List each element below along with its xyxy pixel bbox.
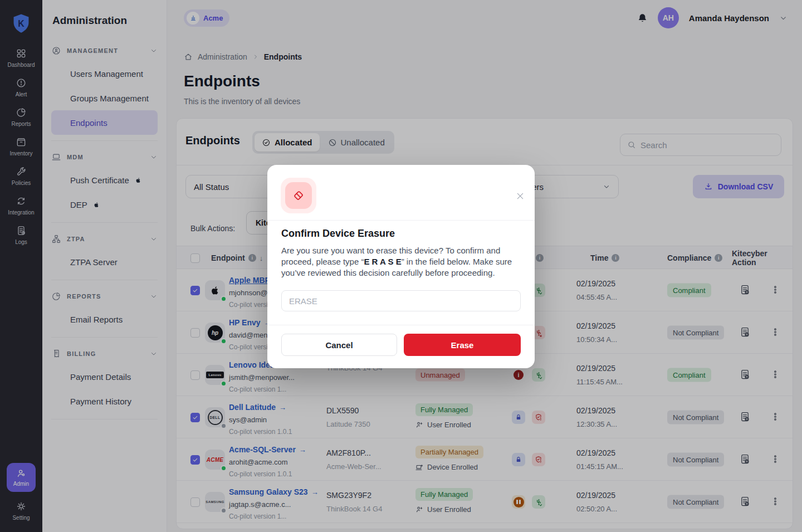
- cancel-button[interactable]: Cancel: [281, 334, 397, 356]
- erase-confirm-input[interactable]: [281, 290, 521, 311]
- modal-body: Are you sure you want to erase this devi…: [281, 245, 523, 279]
- eraser-icon: [292, 189, 305, 202]
- close-icon[interactable]: [516, 192, 525, 201]
- divider: [267, 220, 535, 221]
- modal-title: Confirm Device Erasure: [281, 228, 395, 240]
- eraser-icon-badge: [281, 178, 316, 213]
- divider: [267, 325, 535, 325]
- confirm-erasure-modal: Confirm Device Erasure Are you sure you …: [267, 165, 535, 368]
- erase-button[interactable]: Erase: [404, 334, 521, 356]
